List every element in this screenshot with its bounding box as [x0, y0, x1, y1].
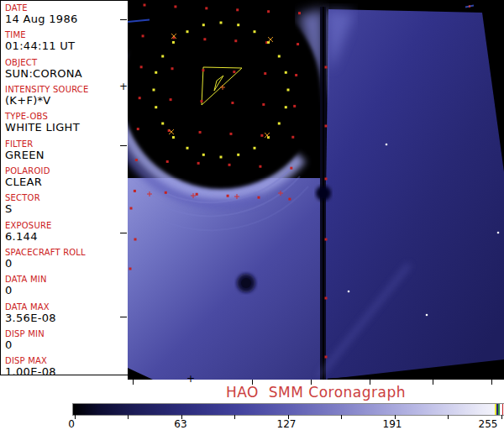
reseau-dot: [199, 131, 202, 134]
limb-dot: [153, 89, 155, 92]
reseau-dot: [297, 43, 299, 45]
metadata-field: TYPE-OBSWHITE LIGHT: [5, 110, 126, 137]
reseau-dot: [205, 7, 207, 9]
metadata-field: SPACECRAFT ROLL0: [5, 246, 126, 273]
bottom-axis-tick: [433, 380, 433, 385]
limb-dot: [220, 22, 223, 24]
limb-dot: [254, 147, 256, 149]
field-label: DATE: [5, 2, 126, 13]
reseau-dot: [325, 66, 328, 69]
field-label: EXPOSURE: [5, 219, 126, 230]
metadata-field: INTENSITY SOURCE(K+F)*V: [5, 83, 126, 110]
reseau-dot: [140, 66, 143, 68]
reseau-dot: [228, 164, 231, 166]
colorbar-tick-label: 255: [471, 418, 504, 430]
reseau-dot: [170, 98, 172, 101]
field-value: CLEAR: [5, 176, 126, 189]
limb-dot: [287, 89, 290, 92]
limb-dot: [155, 106, 157, 108]
bottom-axis-tick: [370, 380, 370, 385]
reseau-dot: [260, 134, 263, 137]
colorbar-tick-label: 63: [164, 418, 197, 430]
reseau-dot: [325, 178, 328, 181]
coronagraph-render: [128, 0, 504, 380]
right-panel: [323, 9, 504, 379]
left-axis-tick: [120, 145, 127, 146]
image-title: HAO SMM Coronagraph: [128, 384, 504, 401]
colorbar-tick-label: 0: [55, 418, 88, 430]
limb-dot: [172, 136, 175, 139]
red-speck-top: [469, 5, 470, 7]
field-value: 0: [5, 257, 126, 270]
field-value: 0: [5, 338, 126, 352]
left-axis-tick: [120, 317, 127, 317]
limb-dot: [202, 24, 205, 26]
limb-dot: [172, 41, 175, 44]
limb-dot: [186, 30, 189, 33]
reseau-dot: [130, 207, 133, 210]
metadata-field: DATA MIN0: [5, 273, 126, 300]
bottom-axis-tick: [311, 380, 312, 385]
reseau-dot: [288, 198, 291, 201]
metadata-field: DATA MAX3.56E-08: [5, 301, 126, 328]
star-speck: [386, 144, 388, 146]
metadata-field: DISP MIN0: [5, 328, 126, 354]
reseau-dot: [262, 103, 265, 106]
reseau-dot: [142, 34, 144, 37]
lower-left-panel: [128, 178, 328, 380]
limb-dot: [254, 30, 256, 33]
left-axis-tick: [120, 233, 127, 233]
limb-dot: [285, 71, 287, 74]
colorbar-marker-stripe: [498, 404, 500, 415]
reseau-dot: [236, 8, 239, 11]
left-axis-tick: [120, 19, 127, 20]
limb-dot: [278, 123, 281, 125]
metadata-field: POLAROIDCLEAR: [5, 165, 126, 191]
field-value: 0: [5, 284, 126, 297]
metadata-field: DISP MAX1.00E-08: [5, 354, 126, 381]
reseau-dot: [298, 12, 301, 14]
field-label: DISP MIN: [5, 328, 126, 338]
field-value: 14 Aug 1986: [5, 13, 126, 26]
metadata-field: SECTORS: [5, 191, 126, 218]
reseau-dot: [200, 100, 202, 102]
limb-dot: [161, 55, 164, 58]
colorbar-tick: [448, 415, 449, 419]
metadata-field: FILTERGREEN: [5, 138, 126, 165]
limb-dot: [237, 154, 239, 156]
reseau-dot: [229, 133, 232, 135]
field-label: DATA MIN: [5, 273, 126, 284]
reseau-dot: [203, 38, 206, 40]
reseau-dot: [295, 74, 297, 76]
reseau-dot: [135, 159, 138, 161]
metadata-field: TIME01:44:11 UT: [5, 29, 126, 55]
reseau-dot: [137, 128, 139, 130]
field-value: (K+F)*V: [5, 94, 126, 108]
limb-dot: [285, 106, 287, 108]
reseau-dot: [234, 39, 237, 42]
star-speck: [497, 232, 500, 234]
colorbar: [72, 403, 504, 416]
reseau-dot: [293, 105, 296, 108]
colorbar-tick-label: 127: [270, 418, 303, 430]
reseau-dot: [233, 71, 235, 73]
field-value: 3.56E-08: [5, 312, 126, 325]
reseau-dot: [166, 160, 169, 163]
reseau-dot: [231, 102, 234, 104]
reseau-dot: [325, 297, 328, 300]
bottom-axis-tick: [133, 380, 134, 385]
field-value: GREEN: [5, 149, 126, 162]
field-value: 1.00E-08: [5, 365, 126, 379]
limb-dot: [161, 123, 164, 125]
reseau-dot: [264, 72, 266, 75]
limb-dot: [237, 24, 239, 26]
reseau-dot: [325, 125, 328, 128]
sidebar-divider: [0, 375, 128, 375]
reseau-dot: [290, 167, 292, 170]
coronagraph-image: [128, 0, 504, 380]
field-label: SPACECRAFT ROLL: [5, 246, 126, 257]
reseau-dot: [257, 197, 260, 199]
colorbar-marker-stripe: [502, 404, 503, 415]
window-border-left: [0, 0, 1, 375]
dust-blob-core: [241, 278, 251, 288]
